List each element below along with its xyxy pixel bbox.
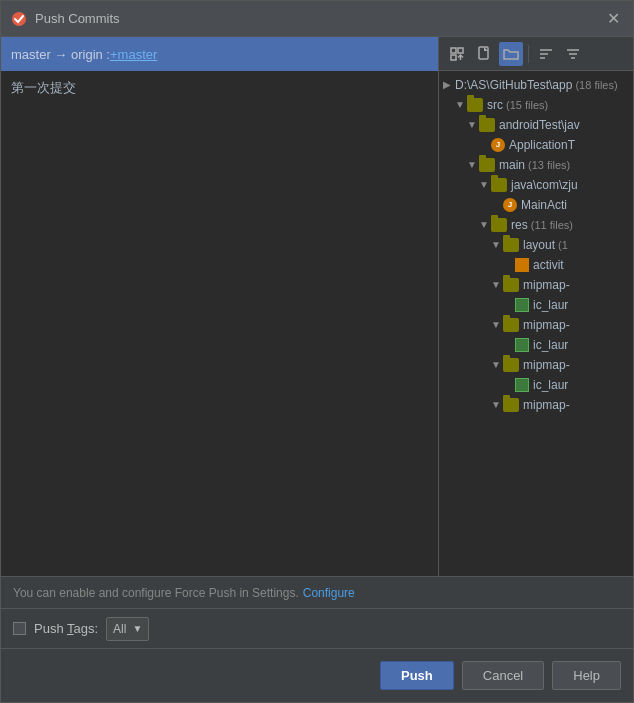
git-icon (11, 11, 27, 27)
tree-item-mipmap2[interactable]: ▼ mipmap- (439, 315, 633, 335)
tree-count: (13 files) (525, 156, 570, 174)
push-commits-dialog: Push Commits ✕ master → origin : +master… (0, 0, 634, 703)
arrow-icon: ▼ (455, 96, 467, 114)
tree-item-mipmap3[interactable]: ▼ mipmap- (439, 355, 633, 375)
tree-item-ic-launcher1[interactable]: ▶ ic_laur (439, 295, 633, 315)
button-row: Push Cancel Help (1, 648, 633, 702)
titlebar: Push Commits ✕ (1, 1, 633, 37)
folder-icon (503, 318, 519, 332)
tree-item-application[interactable]: ▶ J ApplicationT (439, 135, 633, 155)
file-tree-toolbar (439, 37, 633, 71)
push-tags-value: All (113, 622, 126, 636)
tree-item-src[interactable]: ▼ src (15 files) (439, 95, 633, 115)
push-tags-dropdown[interactable]: All ▼ (106, 617, 149, 641)
tree-item-label: layout (523, 236, 555, 254)
toolbar-separator (528, 45, 529, 63)
tree-item-label: MainActi (521, 196, 567, 214)
dropdown-arrow-icon: ▼ (132, 623, 142, 634)
tree-item-label: mipmap- (523, 276, 570, 294)
configure-link[interactable]: Configure (303, 586, 355, 600)
svg-rect-5 (479, 47, 488, 59)
tree-item-label: mipmap- (523, 316, 570, 334)
tree-item-label: ic_laur (533, 296, 568, 314)
tree-item-label: mipmap- (523, 396, 570, 414)
tree-count: (18 files) (572, 76, 617, 94)
expand-icon (449, 46, 465, 62)
tree-item-mainactivity[interactable]: ▶ J MainActi (439, 195, 633, 215)
push-tags-checkbox[interactable] (13, 622, 26, 635)
main-content: master → origin : +master 第一次提交 (1, 37, 633, 576)
folder-icon (491, 178, 507, 192)
push-tags-row: Push Tags: All ▼ (1, 608, 633, 648)
tree-item-label: ApplicationT (509, 136, 575, 154)
branch-row: master → origin : +master (1, 37, 438, 71)
arrow-icon: ▼ (491, 276, 503, 294)
tree-item-main[interactable]: ▼ main (13 files) (439, 155, 633, 175)
branch-link[interactable]: +master (110, 47, 157, 62)
tree-item-java-com[interactable]: ▼ java\com\zju (439, 175, 633, 195)
info-text: You can enable and configure Force Push … (13, 586, 299, 600)
arrow-icon: ▼ (467, 116, 479, 134)
arrow-icon: ▼ (479, 176, 491, 194)
arrow-icon: ▼ (491, 396, 503, 414)
help-button[interactable]: Help (552, 661, 621, 690)
tree-item-ic-launcher3[interactable]: ▶ ic_laur (439, 375, 633, 395)
push-tags-label: Push Tags: (34, 621, 98, 636)
folder-icon (503, 238, 519, 252)
tree-count: (1 (555, 236, 568, 254)
right-panel: ▶ D:\AS\GitHubTest\app (18 files) ▼ src … (439, 37, 633, 576)
arrow-icon: ▶ (443, 76, 455, 94)
tree-item-label: res (511, 216, 528, 234)
xml-file-icon (515, 258, 529, 272)
toolbar-file-button[interactable] (472, 42, 496, 66)
cancel-button[interactable]: Cancel (462, 661, 544, 690)
tree-item-label: java\com\zju (511, 176, 578, 194)
branch-text: master → origin : (11, 47, 110, 62)
commit-item[interactable]: 第一次提交 (11, 77, 428, 99)
toolbar-filter-button[interactable] (561, 42, 585, 66)
tree-item-label: main (499, 156, 525, 174)
info-bar: You can enable and configure Force Push … (1, 576, 633, 608)
arrow-icon: ▼ (491, 356, 503, 374)
tree-item-label: androidTest\jav (499, 116, 580, 134)
tree-item-label: activit (533, 256, 564, 274)
toolbar-sort-button[interactable] (534, 42, 558, 66)
tree-item-ic-launcher2[interactable]: ▶ ic_laur (439, 335, 633, 355)
folder-icon (467, 98, 483, 112)
java-file-icon: J (491, 138, 505, 152)
tree-item-layout[interactable]: ▼ layout (1 (439, 235, 633, 255)
dialog-title: Push Commits (35, 11, 603, 26)
img-file-icon (515, 298, 529, 312)
tree-item-androidtest[interactable]: ▼ androidTest\jav (439, 115, 633, 135)
img-file-icon (515, 338, 529, 352)
folder-icon (491, 218, 507, 232)
tree-item-res[interactable]: ▼ res (11 files) (439, 215, 633, 235)
tree-item-activity-xml[interactable]: ▶ activit (439, 255, 633, 275)
sort-icon (538, 46, 554, 62)
arrow-icon: ▼ (479, 216, 491, 234)
img-file-icon (515, 378, 529, 392)
tree-item-root-path[interactable]: ▶ D:\AS\GitHubTest\app (18 files) (439, 75, 633, 95)
folder-icon (503, 398, 519, 412)
folder-icon (479, 118, 495, 132)
close-button[interactable]: ✕ (603, 9, 623, 29)
arrow-icon: ▼ (467, 156, 479, 174)
svg-rect-2 (458, 48, 463, 53)
folder-icon (503, 358, 519, 372)
tree-count: (15 files) (503, 96, 548, 114)
folder-icon (479, 158, 495, 172)
toolbar-expand-button[interactable] (445, 42, 469, 66)
tree-item-mipmap1[interactable]: ▼ mipmap- (439, 275, 633, 295)
file-tree[interactable]: ▶ D:\AS\GitHubTest\app (18 files) ▼ src … (439, 71, 633, 576)
toolbar-folder-button[interactable] (499, 42, 523, 66)
folder-icon (503, 278, 519, 292)
arrow-icon: ▼ (491, 316, 503, 334)
file-icon (476, 46, 492, 62)
tree-item-label: ic_laur (533, 336, 568, 354)
push-button[interactable]: Push (380, 661, 454, 690)
tree-count: (11 files) (528, 216, 573, 234)
commits-area[interactable]: 第一次提交 (1, 71, 438, 576)
svg-rect-1 (451, 48, 456, 53)
tree-item-mipmap4[interactable]: ▼ mipmap- (439, 395, 633, 415)
tree-path: D:\AS\GitHubTest\app (455, 76, 572, 94)
